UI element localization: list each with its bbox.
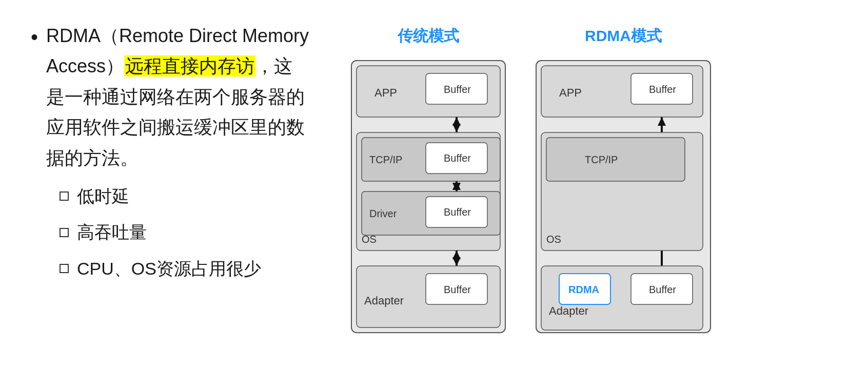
rdma-title: RDMA模式 <box>585 26 662 47</box>
svg-text:TCP/IP: TCP/IP <box>369 154 402 165</box>
sub-bullet-label-2: 高吞吐量 <box>77 218 147 246</box>
line2-post: ，这 <box>255 55 292 76</box>
sub-bullet-icon-3 <box>60 264 69 273</box>
sub-bullet-icon-2 <box>60 228 69 237</box>
sub-bullet-icon-1 <box>60 191 69 201</box>
svg-text:Buffer: Buffer <box>444 284 471 295</box>
traditional-svg: APP Buffer OS TCP/IP Buffer <box>349 58 508 335</box>
svg-text:Buffer: Buffer <box>649 84 676 95</box>
line3: 是一种通过网络在两个服务器的 <box>46 86 305 107</box>
svg-text:TCP/IP: TCP/IP <box>585 154 618 165</box>
svg-text:Buffer: Buffer <box>444 206 471 218</box>
right-panel: 传统模式 APP Buffer OS TCP <box>349 21 837 335</box>
svg-text:Buffer: Buffer <box>444 84 471 95</box>
svg-text:Adapter: Adapter <box>364 294 404 307</box>
line5: 据的方法。 <box>46 147 139 168</box>
rdma-diagram: RDMA模式 APP Buffer OS TCP/IP <box>534 26 713 335</box>
line4: 应用软件之间搬运缓冲区里的数 <box>46 117 305 138</box>
svg-text:Adapter: Adapter <box>549 304 588 317</box>
sub-bullet-3: CPU、OS资源占用很少 <box>60 255 318 282</box>
line2-pre: Access） <box>46 55 124 76</box>
bullet-icon: • <box>31 22 38 52</box>
sub-bullet-2: 高吞吐量 <box>60 218 318 246</box>
traditional-title: 传统模式 <box>398 26 459 47</box>
svg-text:RDMA: RDMA <box>568 284 599 295</box>
highlighted-text: 远程直接内存访 <box>124 55 255 76</box>
line1: RDMA（Remote Direct Memory <box>46 25 309 46</box>
svg-text:APP: APP <box>374 86 397 99</box>
sub-bullets-list: 低时延 高吞吐量 CPU、OS资源占用很少 <box>60 182 318 282</box>
sub-bullet-label-1: 低时延 <box>77 182 129 210</box>
main-text-block: RDMA（Remote Direct Memory Access）远程直接内存访… <box>46 21 309 173</box>
svg-text:Buffer: Buffer <box>444 152 471 164</box>
sub-bullet-label-3: CPU、OS资源占用很少 <box>77 255 261 282</box>
svg-text:Driver: Driver <box>369 208 397 219</box>
left-panel: • RDMA（Remote Direct Memory Access）远程直接内… <box>31 21 318 291</box>
svg-text:Buffer: Buffer <box>649 284 676 295</box>
main-bullet: • RDMA（Remote Direct Memory Access）远程直接内… <box>31 21 318 173</box>
main-container: • RDMA（Remote Direct Memory Access）远程直接内… <box>31 21 837 335</box>
rdma-svg: APP Buffer OS TCP/IP Adapter <box>534 58 713 335</box>
svg-text:OS: OS <box>546 234 561 245</box>
traditional-diagram: 传统模式 APP Buffer OS TCP <box>349 26 508 335</box>
sub-bullet-1: 低时延 <box>60 182 318 210</box>
svg-text:APP: APP <box>559 86 582 99</box>
